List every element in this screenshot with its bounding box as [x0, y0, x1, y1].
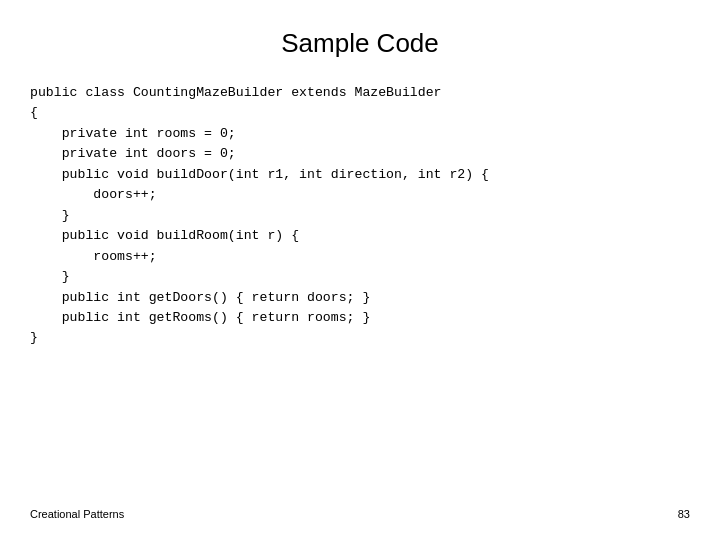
code-line-15: public int getRooms() { return rooms; } — [30, 308, 690, 328]
code-line-11: rooms++; — [30, 247, 690, 267]
code-line-6: public void buildDoor(int r1, int direct… — [30, 165, 690, 185]
code-line-17: } — [30, 328, 690, 348]
code-line-10: public void buildRoom(int r) { — [30, 226, 690, 246]
code-line-8: } — [30, 206, 690, 226]
footer-left-label: Creational Patterns — [30, 508, 124, 520]
code-line-1: public class CountingMazeBuilder extends… — [30, 83, 690, 103]
code-line-7: doors++; — [30, 185, 690, 205]
code-block: public class CountingMazeBuilder extends… — [30, 83, 690, 498]
code-line-3: private int rooms = 0; — [30, 124, 690, 144]
code-line-14: public int getDoors() { return doors; } — [30, 288, 690, 308]
code-line-4: private int doors = 0; — [30, 144, 690, 164]
footer-page-number: 83 — [678, 508, 690, 520]
slide-container: Sample Code public class CountingMazeBui… — [0, 0, 720, 540]
code-line-12: } — [30, 267, 690, 287]
footer: Creational Patterns 83 — [30, 498, 690, 520]
code-line-2: { — [30, 103, 690, 123]
slide-title: Sample Code — [30, 28, 690, 59]
